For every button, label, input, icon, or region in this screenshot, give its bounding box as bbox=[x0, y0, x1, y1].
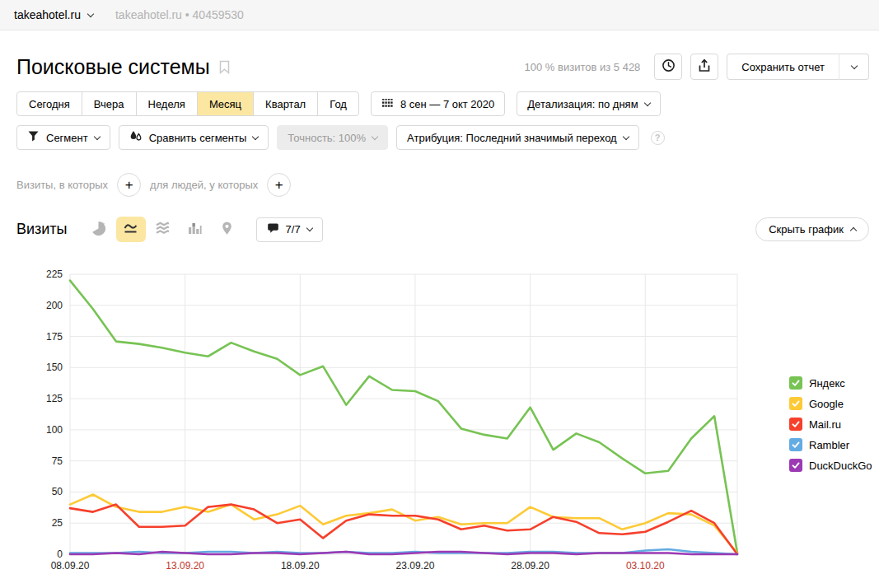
legend-label: DuckDuckGo bbox=[809, 460, 872, 472]
segment-toolbar: Сегмент Сравнить сегменты Точность: 100%… bbox=[16, 125, 665, 150]
date-range-button[interactable]: 8 сен — 7 окт 2020 bbox=[371, 91, 505, 116]
checkbox-checked-icon[interactable] bbox=[789, 397, 802, 410]
checkbox-checked-icon[interactable] bbox=[789, 418, 802, 431]
y-axis-tick: 75 bbox=[52, 455, 63, 467]
series-line-Mail.ru[interactable] bbox=[70, 505, 737, 554]
goals-button[interactable]: 7/7 bbox=[256, 217, 323, 242]
y-axis-tick: 200 bbox=[46, 300, 63, 311]
visits-chart: 025507510012515017520022508.09.2013.09.2… bbox=[0, 264, 879, 588]
checkbox-checked-icon[interactable] bbox=[789, 438, 802, 451]
topbar: takeahotel.ru takeahotel.ru • 40459530 bbox=[0, 0, 879, 30]
people-condition-label: для людей, у которых bbox=[150, 179, 258, 191]
attribution-button[interactable]: Атрибуция: Последний значимый переход bbox=[396, 125, 639, 150]
x-axis-tick: 23.09.20 bbox=[396, 560, 435, 572]
legend-label: Rambler bbox=[809, 439, 849, 451]
period-toolbar: СегодняВчераНеделяМесяцКварталГод 8 сен … bbox=[16, 91, 661, 116]
bar-chart-button[interactable] bbox=[180, 217, 210, 242]
legend-label: Mail.ru bbox=[809, 418, 841, 431]
chevron-down-icon bbox=[252, 133, 259, 139]
checkbox-checked-icon[interactable] bbox=[789, 459, 802, 472]
legend-label: Google bbox=[809, 398, 844, 410]
funnel-icon bbox=[27, 130, 40, 145]
chevron-down-icon bbox=[372, 133, 378, 139]
checkbox-checked-icon[interactable] bbox=[789, 376, 802, 390]
legend-item-Google[interactable]: Google bbox=[789, 397, 872, 410]
page-title: Поисковые системы bbox=[16, 55, 210, 79]
add-people-condition-button[interactable]: + bbox=[267, 173, 291, 197]
map-chart-button[interactable] bbox=[213, 217, 242, 242]
period-tabs: СегодняВчераНеделяМесяцКварталГод bbox=[16, 91, 359, 116]
chart-plot[interactable]: 025507510012515017520022508.09.2013.09.2… bbox=[0, 264, 879, 588]
segment-button[interactable]: Сегмент bbox=[16, 125, 110, 150]
series-line-Google[interactable] bbox=[70, 495, 737, 553]
series-line-Яндекс[interactable] bbox=[70, 281, 737, 553]
metric-bar: Визиты 7/7 Скрыть график bbox=[16, 217, 869, 242]
compare-segments-label: Сравнить сегменты bbox=[149, 132, 247, 144]
history-button[interactable] bbox=[654, 54, 682, 80]
chevron-down-icon bbox=[306, 225, 312, 231]
speech-bubble-icon bbox=[267, 222, 279, 236]
accuracy-button[interactable]: Точность: 100% bbox=[277, 125, 388, 150]
chevron-down-icon bbox=[850, 62, 857, 68]
period-tab-Месяц[interactable]: Месяц bbox=[197, 91, 254, 116]
legend-item-Rambler[interactable]: Rambler bbox=[789, 438, 872, 451]
x-axis-tick: 28.09.20 bbox=[511, 560, 549, 572]
drops-icon bbox=[129, 130, 143, 145]
x-axis-tick: 13.09.20 bbox=[166, 560, 204, 572]
line-chart-button[interactable] bbox=[116, 217, 146, 242]
y-axis-tick: 50 bbox=[52, 486, 63, 497]
title-row: Поисковые системы 100 % визитов из 5 428… bbox=[16, 49, 869, 84]
y-axis-tick: 175 bbox=[46, 331, 63, 343]
date-range-label: 8 сен — 7 окт 2020 bbox=[400, 98, 494, 110]
x-axis-tick: 18.09.20 bbox=[281, 560, 320, 572]
counter-meta: takeahotel.ru • 40459530 bbox=[115, 8, 244, 21]
y-axis-tick: 0 bbox=[57, 548, 63, 560]
export-button[interactable] bbox=[690, 54, 718, 80]
detalization-button[interactable]: Детализация: по дням bbox=[517, 91, 660, 116]
clock-icon bbox=[662, 58, 676, 75]
legend-item-Mail.ru[interactable]: Mail.ru bbox=[789, 418, 872, 431]
hide-chart-button[interactable]: Скрыть график bbox=[755, 217, 869, 241]
period-tab-Вчера[interactable]: Вчера bbox=[82, 91, 137, 116]
counter-switcher[interactable]: takeahotel.ru bbox=[14, 8, 93, 21]
y-axis-tick: 100 bbox=[46, 424, 63, 436]
period-tab-Сегодня[interactable]: Сегодня bbox=[16, 91, 82, 116]
segment-label: Сегмент bbox=[46, 132, 88, 144]
chevron-down-icon bbox=[622, 133, 629, 139]
hide-chart-label: Скрыть график bbox=[769, 223, 844, 236]
stacked-area-button[interactable] bbox=[148, 217, 178, 242]
pie-chart-icon bbox=[91, 221, 106, 239]
save-report-split-button: Сохранить отчет bbox=[727, 54, 869, 80]
calendar-icon bbox=[381, 97, 394, 111]
export-icon bbox=[698, 58, 711, 75]
chevron-down-icon bbox=[643, 99, 650, 105]
map-pin-icon bbox=[220, 221, 234, 239]
y-axis-tick: 150 bbox=[46, 362, 63, 373]
chevron-up-icon bbox=[850, 227, 857, 234]
y-axis-tick: 225 bbox=[46, 268, 63, 280]
add-visit-condition-button[interactable]: + bbox=[117, 173, 141, 197]
x-axis-tick: 03.10.20 bbox=[626, 560, 665, 572]
pie-chart-button[interactable] bbox=[84, 217, 114, 242]
bar-chart-icon bbox=[187, 221, 203, 238]
period-tab-Год[interactable]: Год bbox=[317, 91, 359, 116]
save-report-button[interactable]: Сохранить отчет bbox=[727, 54, 839, 80]
legend-item-Яндекс[interactable]: Яндекс bbox=[789, 376, 872, 390]
x-axis-tick: 08.09.20 bbox=[51, 560, 90, 572]
compare-segments-button[interactable]: Сравнить сегменты bbox=[119, 125, 269, 150]
period-tab-Неделя[interactable]: Неделя bbox=[136, 91, 198, 116]
save-report-dropdown-button[interactable] bbox=[839, 54, 869, 80]
counter-name: takeahotel.ru bbox=[14, 8, 81, 21]
visits-condition-label: Визиты, в которых bbox=[16, 179, 108, 191]
legend-label: Яндекс bbox=[809, 377, 845, 390]
visits-sample-info: 100 % визитов из 5 428 bbox=[525, 61, 641, 73]
chart-legend: ЯндексGoogleMail.ruRamblerDuckDuckGo bbox=[789, 376, 872, 472]
y-axis-tick: 125 bbox=[46, 393, 63, 404]
detalization-label: Детализация: по дням bbox=[527, 98, 638, 110]
line-chart-icon bbox=[123, 221, 138, 238]
period-tab-Квартал[interactable]: Квартал bbox=[253, 91, 318, 116]
legend-item-DuckDuckGo[interactable]: DuckDuckGo bbox=[789, 459, 872, 472]
chevron-down-icon bbox=[93, 133, 100, 139]
help-icon[interactable]: ? bbox=[651, 131, 665, 145]
bookmark-icon[interactable] bbox=[218, 60, 231, 77]
